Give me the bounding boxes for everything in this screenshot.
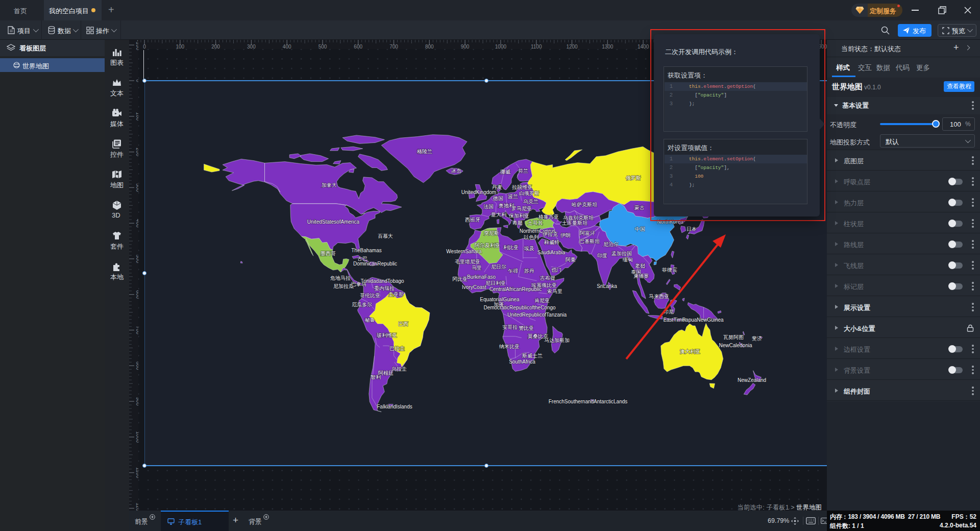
svg-text:委内瑞拉: 委内瑞拉 <box>374 285 395 291</box>
svg-text:500: 500 <box>135 255 139 263</box>
svg-text:安哥拉: 安哥拉 <box>502 324 518 330</box>
svg-text:土耳其: 土耳其 <box>527 220 543 226</box>
svg-text:400: 400 <box>283 44 291 50</box>
svg-text:巴西: 巴西 <box>398 321 408 327</box>
svg-text:危地马拉: 危地马拉 <box>330 275 351 281</box>
svg-text:希腊: 希腊 <box>512 220 523 226</box>
svg-text:阿曼: 阿曼 <box>566 257 576 262</box>
svg-text:1100: 1100 <box>531 44 542 50</box>
svg-text:罗马尼亚: 罗马尼亚 <box>511 206 532 211</box>
svg-text:玻利维亚: 玻利维亚 <box>376 332 397 338</box>
svg-text:700: 700 <box>389 44 398 50</box>
svg-text:莫桑比克: 莫桑比克 <box>527 333 548 339</box>
svg-text:斯威士兰: 斯威士兰 <box>522 353 543 358</box>
svg-text:UnitedRepublicofTanzania: UnitedRepublicofTanzania <box>507 312 567 318</box>
svg-text:尼日尔: 尼日尔 <box>491 264 506 270</box>
svg-text:德国: 德国 <box>493 196 503 201</box>
svg-text:1200: 1200 <box>566 44 578 50</box>
svg-text:以色列: 以色列 <box>524 234 539 240</box>
svg-text:200: 200 <box>211 44 220 50</box>
svg-text:乌克兰: 乌克兰 <box>523 199 538 204</box>
svg-text:CentralAfricanRepublic: CentralAfricanRepublic <box>489 286 542 292</box>
svg-text:巴基斯坦: 巴基斯坦 <box>579 238 600 244</box>
svg-text:1000: 1000 <box>135 431 139 443</box>
svg-text:尼加拉瓜: 尼加拉瓜 <box>333 283 354 289</box>
svg-text:1100: 1100 <box>135 467 139 478</box>
svg-text:300: 300 <box>135 183 139 192</box>
svg-text:600: 600 <box>354 44 362 50</box>
svg-text:赞比亚: 赞比亚 <box>519 325 534 331</box>
svg-text:加拿大: 加拿大 <box>322 182 337 188</box>
svg-text:1400: 1400 <box>638 44 649 50</box>
svg-text:伊拉克: 伊拉克 <box>542 231 558 237</box>
svg-text:科威特: 科威特 <box>544 239 559 245</box>
svg-text:BurkinaFaso: BurkinaFaso <box>467 274 496 280</box>
svg-text:拉脱维亚: 拉脱维亚 <box>512 184 532 190</box>
svg-text:400: 400 <box>135 219 139 228</box>
svg-text:200: 200 <box>135 148 139 156</box>
svg-text:也门: 也门 <box>551 267 561 273</box>
svg-text:斐济: 斐济 <box>752 335 762 341</box>
svg-text:智利: 智利 <box>371 374 381 380</box>
svg-text:1300: 1300 <box>602 44 614 50</box>
svg-text:900: 900 <box>461 44 470 50</box>
svg-text:500: 500 <box>318 44 327 50</box>
svg-text:马里: 马里 <box>472 265 482 271</box>
svg-text:DominicanRepublic: DominicanRepublic <box>353 261 397 267</box>
svg-text:法国: 法国 <box>483 204 494 209</box>
svg-text:NewZealand: NewZealand <box>738 377 766 383</box>
svg-text:800: 800 <box>425 44 434 50</box>
svg-text:100: 100 <box>135 112 139 120</box>
svg-text:利比亚: 利比亚 <box>503 245 519 250</box>
svg-text:冰岛: 冰岛 <box>451 168 461 174</box>
svg-text:冈比亚: 冈比亚 <box>452 276 468 282</box>
svg-text:阿尔及利亚: 阿尔及利亚 <box>475 243 500 248</box>
svg-text:墨西哥: 墨西哥 <box>320 251 336 256</box>
svg-text:肯尼亚: 肯尼亚 <box>534 298 550 303</box>
svg-text:纳米比亚: 纳米比亚 <box>499 344 520 349</box>
svg-text:芬兰: 芬兰 <box>518 168 528 174</box>
svg-text:FalklandIslands: FalklandIslands <box>377 404 412 409</box>
svg-text:哥伦比亚: 哥伦比亚 <box>360 293 380 298</box>
svg-text:UnitedKingdom: UnitedKingdom <box>461 189 496 195</box>
svg-text:突尼斯: 突尼斯 <box>484 230 499 236</box>
svg-text:保加利亚: 保加利亚 <box>508 213 529 219</box>
svg-text:DemocraticRepublicoftheCongo: DemocraticRepublicoftheCongo <box>483 305 556 310</box>
svg-text:伊朗: 伊朗 <box>560 232 571 238</box>
svg-text:阿富汗: 阿富汗 <box>580 230 595 236</box>
svg-text:格鲁吉亚: 格鲁吉亚 <box>538 214 559 220</box>
svg-text:300: 300 <box>247 44 256 50</box>
svg-text:800: 800 <box>135 361 139 370</box>
svg-text:100: 100 <box>176 44 184 50</box>
svg-text:900: 900 <box>135 397 139 406</box>
svg-text:印度: 印度 <box>597 253 607 258</box>
svg-text:尼日利亚: 尼日利亚 <box>485 280 506 286</box>
svg-text:白俄罗斯: 白俄罗斯 <box>519 190 540 196</box>
svg-text:吉布提: 吉布提 <box>540 275 555 281</box>
svg-text:1000: 1000 <box>495 44 507 50</box>
svg-text:毛里塔尼亚: 毛里塔尼亚 <box>455 259 480 264</box>
svg-text:挪威: 挪威 <box>500 169 510 175</box>
svg-text:哈萨克斯坦: 哈萨克斯坦 <box>572 202 597 207</box>
svg-text:TheBahamas: TheBahamas <box>351 248 381 253</box>
svg-text:厄瓜多尔: 厄瓜多尔 <box>352 302 372 307</box>
svg-text:SaudiArabia: SaudiArabia <box>537 250 566 255</box>
svg-text:波兰: 波兰 <box>507 194 518 199</box>
svg-text:FrenchSouthernandAntarcticLand: FrenchSouthernandAntarcticLands <box>549 399 628 404</box>
svg-text:UnitedStatesofAmerica: UnitedStatesofAmerica <box>307 219 360 225</box>
svg-text:WesternSahara: WesternSahara <box>446 249 482 254</box>
svg-text:IvoryCoast: IvoryCoast <box>462 284 486 290</box>
svg-text:蒙古: 蒙古 <box>634 205 645 210</box>
svg-text:600: 600 <box>135 290 139 299</box>
svg-text:意大利: 意大利 <box>491 212 506 218</box>
svg-text:巴拿马: 巴拿马 <box>351 281 366 287</box>
svg-text:-100: -100 <box>135 40 139 50</box>
svg-text:格陵兰: 格陵兰 <box>416 149 432 154</box>
svg-text:0: 0 <box>135 79 139 82</box>
svg-text:巴拉圭: 巴拉圭 <box>389 346 405 351</box>
svg-text:乍得: 乍得 <box>508 268 518 274</box>
svg-text:苏丹: 苏丹 <box>524 268 534 274</box>
svg-text:百慕大: 百慕大 <box>378 233 393 239</box>
svg-text:圭亚那: 圭亚那 <box>388 292 404 297</box>
svg-text:TrinidadandTobago: TrinidadandTobago <box>360 278 404 284</box>
